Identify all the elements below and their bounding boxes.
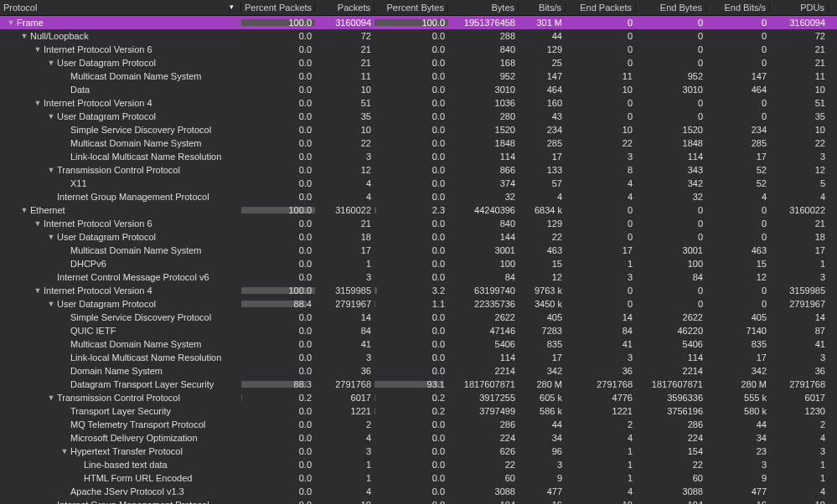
tree-toggle-icon[interactable] — [47, 233, 55, 241]
bytes-cell: 32 — [448, 192, 519, 202]
bytes-cell: 1036 — [448, 98, 519, 108]
tree-toggle-icon[interactable] — [47, 59, 55, 67]
protocol-cell: Internet Protocol Version 6 — [0, 44, 241, 54]
end-packets-cell: 10 — [566, 125, 636, 135]
packets-cell: 11 — [315, 71, 375, 81]
table-row[interactable]: Multicast Domain Name System0.0110.09521… — [0, 69, 837, 83]
col-bytes[interactable]: Bytes — [448, 3, 519, 13]
table-row[interactable]: Transport Layer Security0.012210.2379749… — [0, 404, 837, 418]
table-row[interactable]: User Datagram Protocol0.0210.01682500021 — [0, 56, 837, 69]
col-pdus[interactable]: PDUs — [770, 3, 829, 13]
table-row[interactable]: Ethernet100.031600222.3442403966834 k000… — [0, 203, 837, 217]
table-row[interactable]: X110.040.0374574342525 — [0, 177, 837, 190]
protocol-cell: User Datagram Protocol — [0, 232, 241, 242]
tree-toggle-icon[interactable] — [47, 300, 55, 308]
percent-label: 0.0 — [299, 219, 312, 229]
table-row[interactable]: HTML Form URL Encoded0.010.060916091 — [0, 471, 837, 485]
percent-bytes-cell: 0.0 — [375, 31, 448, 41]
tree-toggle-icon[interactable] — [20, 32, 28, 40]
tree-toggle-icon[interactable] — [47, 393, 55, 402]
protocol-name: Simple Service Discovery Protocol — [70, 312, 211, 322]
table-row[interactable]: Multicast Domain Name System0.0410.05406… — [0, 337, 837, 351]
tree-toggle-icon[interactable] — [34, 99, 42, 107]
col-bits-s[interactable]: Bits/s — [519, 3, 566, 13]
end-packets-cell: 22 — [566, 138, 636, 148]
percent-bar — [375, 301, 375, 307]
end-bytes-cell: 286 — [636, 419, 706, 429]
end-bytes-cell: 0 — [636, 98, 706, 108]
percent-packets-cell: 0.0 — [241, 326, 315, 336]
tree-toggle-icon[interactable] — [34, 219, 42, 228]
table-row[interactable]: Internet Protocol Version 60.0210.084012… — [0, 217, 837, 230]
pdus-cell: 41 — [770, 339, 829, 349]
packets-cell: 3160094 — [315, 18, 375, 28]
tree-toggle-icon[interactable] — [47, 112, 55, 121]
tree-toggle-icon[interactable] — [34, 286, 42, 295]
col-percent-bytes[interactable]: Percent Bytes — [375, 3, 448, 13]
col-protocol[interactable]: Protocol — [0, 3, 241, 13]
tree-toggle-icon[interactable] — [47, 166, 55, 174]
tree-toggle-icon[interactable] — [7, 18, 15, 27]
table-row[interactable]: Transmission Control Protocol0.260170.23… — [0, 391, 837, 404]
bytes-cell: 2214 — [448, 366, 519, 376]
end-bits-s-cell: 280 M — [706, 379, 770, 389]
table-row[interactable]: User Datagram Protocol0.0180.01442200018 — [0, 230, 837, 244]
bits-s-cell: 6834 k — [519, 205, 566, 215]
table-row[interactable]: Line-based text data0.010.022312231 — [0, 458, 837, 471]
tree-toggle-icon[interactable] — [60, 447, 69, 455]
table-row[interactable]: Multicast Domain Name System0.0170.03001… — [0, 244, 837, 257]
percent-bytes-cell: 0.0 — [375, 460, 448, 470]
protocol-cell: Multicast Domain Name System — [0, 339, 241, 349]
bytes-cell: 224 — [448, 433, 519, 443]
table-row[interactable]: Datagram Transport Layer Security88.3279… — [0, 378, 837, 391]
table-row[interactable]: Internet Control Message Protocol v60.03… — [0, 270, 837, 284]
end-bits-s-cell: 555 k — [706, 393, 770, 403]
col-packets[interactable]: Packets — [315, 3, 375, 13]
table-row[interactable]: Hypertext Transfer Protocol0.030.0626961… — [0, 445, 837, 458]
table-row[interactable]: Link-local Multicast Name Resolution0.03… — [0, 351, 837, 364]
end-bits-s-cell: 0 — [706, 299, 770, 309]
percent-label: 0.0 — [299, 192, 312, 202]
table-row[interactable]: Apache JServ Protocol v1.30.040.03088477… — [0, 485, 837, 498]
col-end-bytes[interactable]: End Bytes — [636, 3, 706, 13]
bytes-cell: 144 — [448, 232, 519, 242]
table-row[interactable]: Frame100.03160094100.01951376458301 M000… — [0, 16, 837, 29]
percent-packets-cell: 0.0 — [241, 152, 315, 162]
col-end-packets[interactable]: End Packets — [566, 3, 636, 13]
table-row[interactable]: Internet Protocol Version 40.0510.010361… — [0, 96, 837, 110]
table-row[interactable]: Data0.0100.0301046410301046410 — [0, 83, 837, 96]
table-row[interactable]: Internet Group Management Protocol0.040.… — [0, 190, 837, 203]
packets-cell: 72 — [315, 31, 375, 41]
table-row[interactable]: Internet Group Management Protocol0.0100… — [0, 498, 837, 504]
tree-toggle-icon[interactable] — [20, 206, 28, 214]
col-percent-packets[interactable]: Percent Packets — [241, 3, 315, 13]
table-row[interactable]: Simple Service Discovery Protocol0.0140.… — [0, 311, 837, 324]
bytes-cell: 374 — [448, 178, 519, 188]
bytes-cell: 3088 — [448, 486, 519, 496]
table-row[interactable]: Multicast Domain Name System0.0220.01848… — [0, 136, 837, 150]
percent-label: 0.0 — [432, 339, 445, 349]
table-row[interactable]: QUIC IETF0.0840.04714672838446220714087 — [0, 324, 837, 337]
percent-label: 0.0 — [299, 366, 312, 376]
table-row[interactable]: Internet Protocol Version 60.0210.084012… — [0, 43, 837, 56]
protocol-cell: Link-local Multicast Name Resolution — [0, 352, 241, 363]
table-row[interactable]: Internet Protocol Version 4100.031599853… — [0, 284, 837, 297]
percent-bar — [375, 207, 376, 213]
table-row[interactable]: User Datagram Protocol0.0350.02804300035 — [0, 110, 837, 123]
col-end-bits-s[interactable]: End Bits/s — [706, 3, 770, 13]
end-bits-s-cell: 405 — [706, 312, 770, 322]
end-bytes-cell: 343 — [636, 165, 706, 175]
table-row[interactable]: MQ Telemetry Transport Protocol0.020.028… — [0, 418, 837, 431]
table-row[interactable]: Null/Loopback0.0720.02884400072 — [0, 29, 837, 43]
tree-toggle-icon[interactable] — [34, 45, 42, 54]
percent-packets-cell: 0.0 — [241, 98, 315, 108]
table-row[interactable]: DHCPv60.010.0100151100151 — [0, 257, 837, 270]
table-row[interactable]: Transmission Control Protocol0.0120.0866… — [0, 163, 837, 177]
end-packets-cell: 4 — [566, 192, 636, 202]
table-row[interactable]: Simple Service Discovery Protocol0.0100.… — [0, 123, 837, 136]
table-row[interactable]: User Datagram Protocol88.427919671.12233… — [0, 297, 837, 311]
table-row[interactable]: Domain Name System0.0360.022143423622143… — [0, 364, 837, 378]
table-row[interactable]: Link-local Multicast Name Resolution0.03… — [0, 150, 837, 163]
pdus-cell: 72 — [770, 31, 829, 41]
table-row[interactable]: Microsoft Delivery Optimization0.040.022… — [0, 431, 837, 445]
